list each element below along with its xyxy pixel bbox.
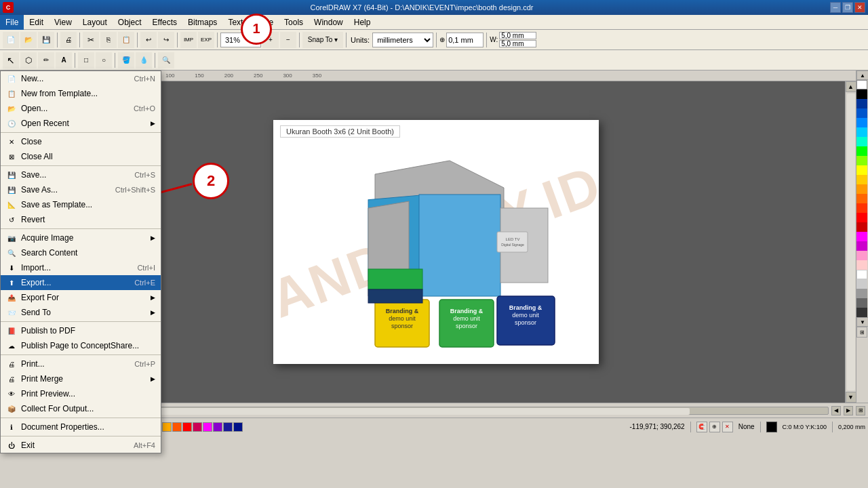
cut-button[interactable]: ✂ xyxy=(83,32,99,48)
open-button[interactable]: 📂 xyxy=(20,32,37,48)
swatch-teal[interactable] xyxy=(856,137,867,146)
swatch-dark-gray[interactable] xyxy=(856,298,867,308)
menu-export-for[interactable]: 📤 Export For ▶ xyxy=(1,290,161,305)
swatch-dark-blue[interactable] xyxy=(856,99,867,108)
swatch-row-crimson[interactable] xyxy=(193,422,202,432)
swatch-row-magenta[interactable] xyxy=(203,422,212,432)
undo-button[interactable]: ↩ xyxy=(140,32,157,48)
swatch-row-orange-red[interactable] xyxy=(172,422,182,432)
zoom-tool[interactable]: 🔍 xyxy=(158,52,174,68)
swatch-white[interactable] xyxy=(856,270,867,279)
units-combo[interactable]: millimeters xyxy=(372,33,433,47)
menu-acquire[interactable]: 📷 Acquire Image ▶ xyxy=(1,230,161,245)
menu-close[interactable]: ✕ Close xyxy=(1,134,161,149)
swatch-light-pink[interactable] xyxy=(856,260,867,270)
zoom-out-button[interactable]: − xyxy=(280,32,296,48)
menu-print-preview[interactable]: 👁 Print Preview... xyxy=(1,386,161,401)
menu-doc-props[interactable]: ℹ Document Properties... xyxy=(1,420,161,434)
menu-import[interactable]: ⬇ Import... Ctrl+I xyxy=(1,260,161,275)
menu-exit[interactable]: ⏻ Exit Alt+F4 xyxy=(1,438,161,453)
swatch-row-darkblue[interactable] xyxy=(223,422,233,432)
import-button[interactable]: IMP xyxy=(180,32,197,48)
menu-publish-pdf[interactable]: 📕 Publish to PDF xyxy=(1,323,161,338)
swatch-row-purple[interactable] xyxy=(213,422,222,432)
swatch-row-red[interactable] xyxy=(182,422,192,432)
swatch-blue[interactable] xyxy=(856,108,867,118)
menu-edit[interactable]: Edit xyxy=(24,15,49,30)
eyedropper-tool[interactable]: 💧 xyxy=(136,52,152,68)
new-button[interactable]: 📄 xyxy=(3,32,19,48)
paste-button[interactable]: 📋 xyxy=(118,32,134,48)
shape-tool[interactable]: ⬡ xyxy=(20,52,37,68)
scroll-right-button[interactable]: ▶ xyxy=(844,406,853,415)
menu-close-all[interactable]: ⊠ Close All xyxy=(1,149,161,164)
swatch-light-blue[interactable] xyxy=(856,118,867,127)
snap-indicator[interactable]: ⊕ xyxy=(709,422,720,432)
palette-scroll-up[interactable]: ▲ xyxy=(856,70,868,80)
menu-send-to[interactable]: 📨 Send To ▶ xyxy=(1,305,161,320)
swatch-red-orange[interactable] xyxy=(856,203,867,213)
h-scrollbar[interactable] xyxy=(132,407,829,415)
scroll-down-button[interactable]: ▼ xyxy=(846,392,856,403)
rectangle-tool[interactable]: □ xyxy=(78,52,94,68)
scroll-up-button[interactable]: ▲ xyxy=(846,81,856,92)
menu-tools[interactable]: Tools xyxy=(279,15,309,30)
menu-open-recent[interactable]: 🕒 Open Recent ▶ xyxy=(1,116,161,131)
swatch-red[interactable] xyxy=(856,213,867,222)
menu-publish-conceptshare[interactable]: ☁ Publish Page to ConceptShare... xyxy=(1,338,161,353)
menu-revert[interactable]: ↺ Revert xyxy=(1,212,161,227)
fill-tool[interactable]: 🪣 xyxy=(118,52,134,68)
swatch-row-orange[interactable] xyxy=(162,422,172,432)
menu-save-as[interactable]: 💾 Save As... Ctrl+Shift+S xyxy=(1,182,161,197)
swatch-green[interactable] xyxy=(856,146,867,156)
menu-open[interactable]: 📂 Open... Ctrl+O xyxy=(1,101,161,116)
h-scrollbar-thumb[interactable] xyxy=(133,408,689,415)
menu-export[interactable]: ⬆ Export... Ctrl+E xyxy=(1,275,161,290)
swatch-light-gray[interactable] xyxy=(856,279,867,289)
menu-save-template[interactable]: 📐 Save as Template... xyxy=(1,197,161,212)
color-none[interactable] xyxy=(856,80,867,89)
swatch-row-navy[interactable] xyxy=(233,422,243,432)
menu-file[interactable]: File xyxy=(0,15,24,30)
minimize-button[interactable]: ─ xyxy=(830,2,841,13)
print-button[interactable]: 🖨 xyxy=(60,32,77,48)
menu-view[interactable]: View xyxy=(49,15,77,30)
menu-window[interactable]: Window xyxy=(309,15,349,30)
menu-layout[interactable]: Layout xyxy=(77,15,113,30)
menu-print[interactable]: 🖨 Print... Ctrl+P xyxy=(1,357,161,371)
swatch-gray[interactable] xyxy=(856,289,867,298)
swatch-cyan[interactable] xyxy=(856,127,867,137)
v-scrollbar[interactable]: ▲ ▼ xyxy=(845,81,856,403)
close-button[interactable]: ✕ xyxy=(854,2,865,13)
menu-new[interactable]: 📄 New... Ctrl+N xyxy=(1,71,161,86)
snap-toggle[interactable]: Snap To ▾ xyxy=(302,32,343,48)
palette-more[interactable]: ⊞ xyxy=(856,327,867,338)
scroll-thumb[interactable] xyxy=(847,94,855,390)
menu-save[interactable]: 💾 Save... Ctrl+S xyxy=(1,167,161,182)
height-input[interactable] xyxy=(499,40,536,47)
freehand-tool[interactable]: ✏ xyxy=(38,52,54,68)
swatch-black[interactable] xyxy=(856,89,867,99)
swatch-pink[interactable] xyxy=(856,251,867,260)
menu-search-content[interactable]: 🔍 Search Content xyxy=(1,245,161,260)
menu-help[interactable]: Help xyxy=(349,15,376,30)
x-input[interactable] xyxy=(446,33,484,47)
redo-button[interactable]: ↪ xyxy=(158,32,174,48)
select-tool[interactable]: ↖ xyxy=(3,52,19,68)
swatch-purple[interactable] xyxy=(856,241,867,251)
swatch-yellow[interactable] xyxy=(856,165,867,175)
swatch-lime[interactable] xyxy=(856,156,867,165)
fill-color-indicator[interactable] xyxy=(766,422,777,432)
save-button[interactable]: 💾 xyxy=(38,32,54,48)
swatch-dark-red[interactable] xyxy=(856,222,867,232)
menu-print-merge[interactable]: 🖨 Print Merge ▶ xyxy=(1,371,161,386)
swatch-magenta[interactable] xyxy=(856,232,867,241)
copy-button[interactable]: ⎘ xyxy=(100,32,117,48)
menu-effects[interactable]: Effects xyxy=(147,15,182,30)
menu-bitmaps[interactable]: Bitmaps xyxy=(182,15,222,30)
swatch-orange[interactable] xyxy=(856,184,867,194)
zoom-fit-button[interactable]: ⊞ xyxy=(856,406,865,415)
text-tool[interactable]: A xyxy=(56,52,72,68)
palette-scroll-down[interactable]: ▼ xyxy=(856,317,868,327)
restore-button[interactable]: ❐ xyxy=(842,2,853,13)
